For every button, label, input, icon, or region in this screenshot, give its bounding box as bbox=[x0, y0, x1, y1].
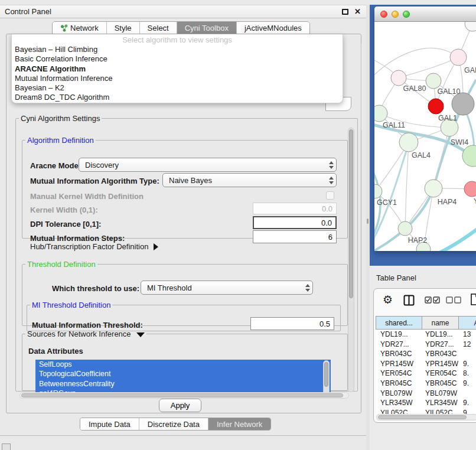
node-gal4[interactable] bbox=[399, 133, 418, 152]
collapse-down-icon bbox=[136, 332, 145, 337]
node-y-partial[interactable] bbox=[464, 181, 476, 197]
node-gal11[interactable] bbox=[374, 105, 387, 122]
kernel-width-input[interactable] bbox=[253, 203, 337, 214]
tab-infer-network[interactable]: Infer Network bbox=[208, 418, 270, 430]
node-table: shared... name A YDL19... YDL19... 13 YD… bbox=[376, 316, 476, 414]
node-hap2[interactable] bbox=[398, 221, 412, 236]
tab-cyni-toolbox-label: Cyni Toolbox bbox=[185, 24, 229, 32]
which-threshold-label: Which threshold to use: bbox=[52, 284, 139, 293]
apply-button[interactable]: Apply bbox=[159, 399, 201, 412]
node-label: GAL4 bbox=[412, 151, 431, 159]
mi-steps-label: Mutual Information Steps: bbox=[30, 234, 125, 243]
new-table-document-icon[interactable] bbox=[470, 294, 476, 307]
tab-select[interactable]: Select bbox=[139, 22, 177, 34]
window-minimize-icon[interactable] bbox=[392, 11, 399, 18]
combo-stepper-icon bbox=[327, 161, 336, 169]
network-window-titlebar[interactable] bbox=[374, 6, 476, 22]
control-panel-window: Control Panel ✕ Network Style Sel bbox=[0, 5, 366, 436]
mi-steps-input[interactable] bbox=[253, 230, 337, 243]
node-gal10[interactable] bbox=[426, 73, 441, 89]
table-row[interactable]: YDL19... YDL19... 13 bbox=[376, 330, 476, 340]
mi-threshold-definition-group: MI Threshold Definition Mutual Informati… bbox=[27, 301, 341, 331]
algorithm-option[interactable]: Bayesian – K2 bbox=[12, 83, 343, 93]
settings-scrollbar[interactable] bbox=[348, 128, 354, 392]
float-panel-icon[interactable] bbox=[342, 9, 348, 15]
kernel-width-label: Kernel Width (0,1): bbox=[30, 206, 98, 214]
attribute-item-selected[interactable]: SelfLoops bbox=[35, 360, 331, 369]
table-row[interactable]: YLR345W YLR345W 9. bbox=[376, 398, 476, 408]
attribute-item-selected[interactable]: BetweennessCentrality bbox=[35, 379, 331, 389]
node[interactable] bbox=[465, 22, 476, 31]
mi-algorithm-type-combobox[interactable]: Naive Bayes bbox=[162, 173, 337, 187]
close-icon[interactable]: ✕ bbox=[354, 7, 361, 16]
algorithm-dropdown-popup: Select algorithm to view settings Bayesi… bbox=[11, 34, 343, 103]
node-gray[interactable] bbox=[452, 93, 474, 115]
tab-style[interactable]: Style bbox=[106, 22, 139, 34]
table-horizontal-scrollbar[interactable] bbox=[376, 414, 476, 420]
table-settings-gear-icon[interactable]: ⚙ bbox=[383, 294, 393, 305]
table-row[interactable]: YBR045C YBR045C 9. bbox=[376, 379, 476, 389]
tab-discretize-data[interactable]: Discretize Data bbox=[139, 418, 208, 430]
manual-kernel-width-checkbox[interactable] bbox=[326, 191, 334, 200]
splitter-grip-icon bbox=[367, 219, 369, 224]
algorithm-option[interactable]: Basic Correlation Inference bbox=[12, 54, 343, 64]
node-label: SWI4 bbox=[451, 138, 469, 146]
aracne-mode-combobox[interactable]: Discovery bbox=[79, 158, 337, 172]
dpi-tolerance-input[interactable] bbox=[253, 216, 337, 229]
cyni-algorithm-settings-group: Cyni Algorithm Settings Algorithm Defini… bbox=[15, 114, 358, 392]
table-row[interactable]: YIL052C YIL052C 9 bbox=[376, 408, 476, 414]
control-panel-title: Control Panel bbox=[5, 7, 51, 16]
window-zoom-icon[interactable] bbox=[403, 11, 410, 18]
minimized-panel-icon[interactable] bbox=[2, 444, 11, 450]
mi-threshold-definition-title: MI Threshold Definition bbox=[30, 301, 112, 309]
tab-network[interactable]: Network bbox=[53, 22, 106, 34]
threshold-definition-title: Threshold Definition bbox=[25, 260, 97, 269]
node-label: GAL1 bbox=[438, 114, 457, 122]
table-body: YDL19... YDL19... 13 YDR27... YDR27... 1… bbox=[376, 330, 476, 414]
settings-group-title: Cyni Algorithm Settings bbox=[19, 114, 102, 123]
node-label: GAL10 bbox=[438, 87, 461, 96]
tab-impute-data[interactable]: Impute Data bbox=[80, 418, 139, 430]
network-canvas[interactable]: GAL GAL80 GAL10 GAL1 GAL11 SWI4 GAL4 GCY… bbox=[374, 22, 476, 251]
threshold-definition-group: Threshold Definition Which threshold to … bbox=[22, 260, 348, 326]
tab-jactivemnodules[interactable]: jActiveMNodules bbox=[236, 22, 309, 34]
algorithm-definition-group: Algorithm Definition Aracne Mode: Discov… bbox=[22, 136, 348, 239]
node-label: GCY1 bbox=[377, 198, 397, 207]
network-graph: GAL GAL80 GAL10 GAL1 GAL11 SWI4 GAL4 GCY… bbox=[374, 22, 476, 251]
hub-definition-label: Hub/Transcription Factor Definition bbox=[30, 242, 148, 251]
settings-horizontal-scrollbar[interactable] bbox=[19, 392, 349, 399]
mi-threshold-input[interactable] bbox=[250, 317, 334, 330]
node-gal-partial[interactable] bbox=[450, 49, 467, 66]
column-header-shared-name[interactable]: shared... bbox=[376, 317, 422, 329]
table-row[interactable]: YER054C YER054C 8. bbox=[376, 369, 476, 379]
combo-stepper-icon bbox=[303, 284, 312, 292]
column-header-name[interactable]: name bbox=[422, 317, 458, 329]
algorithm-option-aracne[interactable]: ARACNE Algorithm bbox=[12, 64, 343, 74]
which-threshold-combobox[interactable]: MI Threshold bbox=[141, 281, 313, 295]
node-hap4[interactable] bbox=[425, 180, 442, 197]
tab-cyni-toolbox[interactable]: Cyni Toolbox bbox=[177, 22, 236, 34]
algorithm-option[interactable]: Bayesian – Hill Climbing bbox=[12, 45, 343, 54]
table-row[interactable]: YBR043C YBR043C bbox=[376, 349, 476, 359]
algorithm-option[interactable]: Dream8 DC_TDC Algorithm bbox=[12, 93, 343, 102]
column-header-partial[interactable]: A bbox=[458, 317, 476, 329]
tab-style-label: Style bbox=[115, 24, 132, 32]
attribute-item-selected[interactable]: TopologicalCoefficient bbox=[35, 369, 331, 379]
table-row[interactable]: YPR145W YPR145W 9. bbox=[376, 359, 476, 369]
inference-group-border bbox=[361, 44, 361, 130]
tab-network-label: Network bbox=[70, 24, 99, 32]
select-all-checks-icon[interactable] bbox=[425, 296, 440, 305]
table-row[interactable]: YBL079W YBL079W bbox=[376, 389, 476, 399]
deselect-all-checks-icon[interactable] bbox=[446, 296, 461, 305]
node-gal1-selected[interactable] bbox=[428, 99, 444, 114]
sources-title[interactable]: Sources for Network Inference bbox=[25, 330, 146, 338]
column-layout-icon[interactable] bbox=[403, 295, 415, 308]
expand-right-icon bbox=[154, 243, 158, 250]
node-gal80[interactable] bbox=[391, 70, 406, 86]
table-row[interactable]: YDR27... YDR27... 12 bbox=[376, 340, 476, 350]
window-close-icon[interactable] bbox=[380, 11, 387, 18]
node-swi4[interactable] bbox=[462, 145, 476, 167]
algorithm-option[interactable]: Mutual Information Inference bbox=[12, 74, 343, 83]
table-header-row: shared... name A bbox=[376, 316, 476, 330]
hub-definition-expander[interactable]: Hub/Transcription Factor Definition bbox=[30, 242, 158, 251]
